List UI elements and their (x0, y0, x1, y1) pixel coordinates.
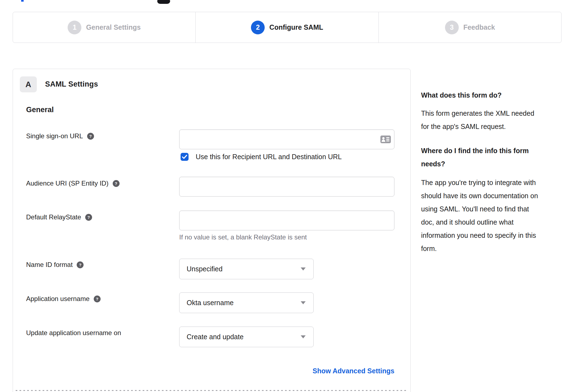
default-relaystate-input[interactable] (179, 211, 394, 230)
application-username-select[interactable]: Okta username (179, 292, 314, 313)
step-3-label: Feedback (463, 23, 495, 31)
wizard-stepper: 1 General Settings 2 Configure SAML 3 Fe… (13, 12, 562, 43)
update-username-on-label-text: Update application username on (26, 329, 121, 337)
use-for-recipient-checkbox-label[interactable]: Use this for Recipient URL and Destinati… (196, 153, 342, 161)
application-username-value: Okta username (187, 299, 301, 307)
recipient-url-checkbox-row: Use this for Recipient URL and Destinati… (181, 153, 342, 161)
show-advanced-settings-link[interactable]: Show Advanced Settings (179, 367, 394, 375)
help-icon[interactable]: ? (94, 296, 101, 302)
step-feedback[interactable]: 3 Feedback (378, 12, 561, 43)
step-2-badge: 2 (251, 21, 265, 34)
name-id-format-label-text: Name ID format (26, 261, 73, 269)
sidebar-body-where: The app you're trying to integrate with … (421, 176, 538, 255)
audience-uri-input[interactable] (179, 177, 394, 197)
general-section-heading: General (26, 106, 54, 114)
step-2-label: Configure SAML (269, 23, 323, 31)
use-for-recipient-checkbox[interactable] (181, 153, 189, 161)
panel-title: SAML Settings (45, 80, 98, 89)
single-sign-on-url-input[interactable] (179, 129, 394, 149)
single-sign-on-url-label-text: Single sign-on URL (26, 132, 83, 140)
name-id-format-label: Name ID format ? (26, 261, 84, 269)
cutoff-app-icon-fragment (157, 0, 170, 4)
chevron-down-icon (301, 335, 306, 338)
help-icon[interactable]: ? (85, 214, 92, 221)
default-relaystate-label-text: Default RelayState (26, 213, 81, 221)
step-1-badge: 1 (68, 21, 81, 34)
name-id-format-value: Unspecified (187, 265, 301, 273)
single-sign-on-url-label: Single sign-on URL ? (26, 132, 94, 140)
chevron-down-icon (301, 267, 306, 270)
name-id-format-select[interactable]: Unspecified (179, 259, 314, 279)
step-configure-saml[interactable]: 2 Configure SAML (195, 12, 378, 43)
audience-uri-label-text: Audience URI (SP Entity ID) (26, 180, 109, 187)
update-username-on-value: Create and update (187, 333, 301, 341)
cutoff-logo-fragment (21, 0, 24, 2)
sidebar-heading-where: Where do I find the info this form needs… (421, 144, 529, 170)
section-a-badge: A (20, 76, 37, 92)
default-relaystate-label: Default RelayState ? (26, 213, 92, 221)
chevron-down-icon (301, 301, 306, 304)
step-3-badge: 3 (445, 21, 459, 34)
step-1-label: General Settings (86, 23, 141, 31)
checkmark-icon (182, 155, 187, 159)
sidebar-body-what: This form generates the XML needed for t… (421, 107, 534, 133)
application-username-label-text: Application username (26, 295, 90, 303)
update-username-on-label: Update application username on (26, 329, 121, 337)
help-icon[interactable]: ? (113, 180, 120, 187)
sidebar-heading-what: What does this form do? (421, 89, 502, 102)
step-general-settings[interactable]: 1 General Settings (13, 12, 195, 43)
application-username-label: Application username ? (26, 295, 101, 303)
relaystate-helper-text: If no value is set, a blank RelayState i… (179, 233, 307, 241)
audience-uri-label: Audience URI (SP Entity ID) ? (26, 180, 120, 187)
section-dashed-divider (16, 390, 408, 391)
update-username-on-select[interactable]: Create and update (179, 327, 314, 347)
help-icon[interactable]: ? (77, 261, 84, 268)
help-icon[interactable]: ? (87, 133, 94, 140)
saml-settings-panel: A SAML Settings General Single sign-on U… (13, 69, 411, 392)
